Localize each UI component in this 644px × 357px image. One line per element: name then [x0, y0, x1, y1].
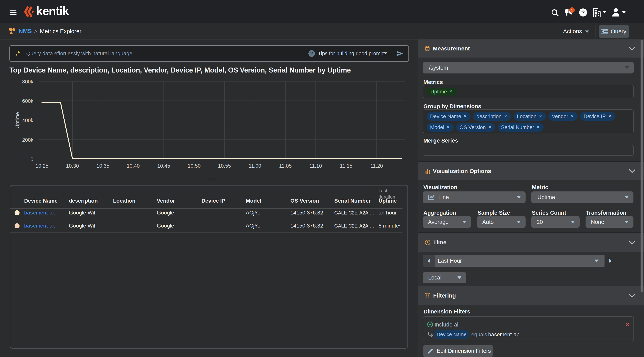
- svg-text:400k: 400k: [22, 118, 33, 123]
- svg-text:11:20: 11:20: [370, 163, 383, 169]
- svg-text:10:25: 10:25: [36, 163, 48, 169]
- svg-text:10:40: 10:40: [127, 163, 140, 169]
- svg-text:10:50: 10:50: [188, 163, 201, 169]
- svg-text:11:05: 11:05: [279, 163, 292, 169]
- svg-text:200k: 200k: [22, 137, 33, 143]
- svg-text:10:55: 10:55: [218, 163, 231, 169]
- svg-text:11:10: 11:10: [309, 163, 322, 169]
- svg-text:10:30: 10:30: [66, 163, 79, 169]
- svg-text:Uptime: Uptime: [14, 112, 20, 129]
- svg-text:800k: 800k: [22, 79, 33, 85]
- svg-text:600k: 600k: [22, 98, 33, 104]
- svg-text:11:15: 11:15: [340, 163, 352, 169]
- svg-text:0: 0: [30, 157, 33, 162]
- svg-text:10:45: 10:45: [157, 163, 170, 169]
- svg-text:10:35: 10:35: [96, 163, 110, 169]
- svg-text:11:00: 11:00: [248, 163, 261, 169]
